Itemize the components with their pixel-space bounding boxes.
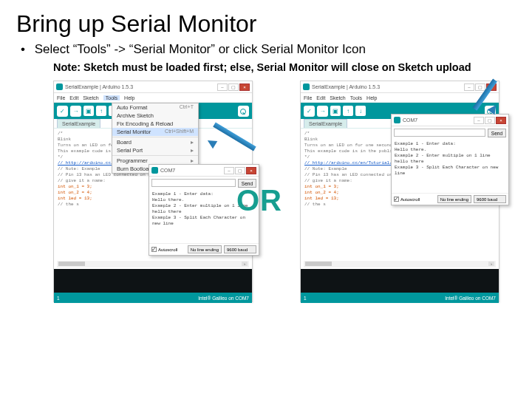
menubar: File Edit Sketch Tools Help [54,93,252,103]
menu-item-serial-monitor[interactable]: Serial MonitorCtrl+Shift+M [112,128,198,136]
upload-button[interactable]: → [70,106,81,117]
new-sketch-button[interactable]: ▣ [83,106,94,116]
serial-monitor-button[interactable] [238,106,249,117]
menu-file[interactable]: File [57,95,65,100]
window-titlebar: SerialExample | Arduino 1.5.3 – ▢ × [301,81,499,93]
arduino-app-icon [56,83,63,90]
menu-tools[interactable]: Tools [103,95,120,100]
menu-edit[interactable]: Edit [69,95,78,100]
menu-item-fix-encoding[interactable]: Fix Encoding & Reload [112,120,198,128]
screenshot-toolbar-icon: SerialExample | Arduino 1.5.3 – ▢ × File… [300,81,499,302]
smon-close-button[interactable]: × [246,167,256,174]
h-scrollbar[interactable]: ‹ › [304,261,496,267]
line-ending-select[interactable]: No line ending [188,245,222,253]
screenshot-area: SerialExample | Arduino 1.5.3 – ▢ × File… [53,81,519,347]
status-board-port: Intel® Galileo on COM7 [198,296,249,301]
serial-monitor-window: COM7 – ▢ × Send Example 1 - Enter data: … [391,114,509,205]
smon-maximize-button[interactable]: ▢ [485,117,495,124]
tools-dropdown: Auto FormatCtrl+T Archive Sketch Fix Enc… [112,103,199,174]
note-line: Note: Sketch must be loaded first; else,… [53,61,532,73]
window-title-text: SerialExample | Arduino 1.5.3 [65,84,133,89]
console-area [54,269,252,293]
window-minimize-button[interactable]: – [464,83,474,91]
status-line-number: 1 [57,296,60,301]
line-ending-select[interactable]: No line ending [437,195,471,203]
serial-monitor-title: COM7 [160,168,175,173]
menu-help[interactable]: Help [366,95,377,100]
window-minimize-button[interactable]: – [217,83,228,91]
status-line-number: 1 [304,296,307,301]
status-bar: 1 Intel® Galileo on COM7 [54,293,252,303]
h-scrollbar[interactable]: ‹ › [57,261,249,267]
or-label: OR [236,184,282,217]
scroll-right-arrow-icon[interactable]: › [488,262,494,266]
smon-maximize-button[interactable]: ▢ [235,167,245,174]
slide-title: Bring up Serial Monitor [16,10,532,38]
menu-item-auto-format[interactable]: Auto FormatCtrl+T [112,103,198,112]
serial-send-input[interactable] [394,129,485,137]
smon-minimize-button[interactable]: – [224,167,234,174]
autoscroll-checkbox[interactable]: Autoscroll [394,195,420,203]
menubar: File Edit Sketch Tools Help [301,93,499,103]
baud-select[interactable]: 9600 baud [224,245,256,253]
serial-send-button[interactable]: Send [488,129,506,137]
screenshot-tools-menu: SerialExample | Arduino 1.5.3 – ▢ × File… [53,81,253,302]
menu-item-archive-sketch[interactable]: Archive Sketch [112,112,198,120]
baud-select[interactable]: 9600 baud [474,195,506,203]
menu-sketch[interactable]: Sketch [330,95,345,100]
smon-minimize-button[interactable]: – [474,117,484,124]
scroll-thumb[interactable] [305,262,332,266]
arduino-app-icon [303,83,310,90]
smon-close-button[interactable]: × [496,117,506,124]
serial-monitor-app-icon [151,167,158,174]
window-close-button[interactable]: × [239,83,250,91]
window-maximize-button[interactable]: ▢ [475,83,485,91]
open-sketch-button[interactable]: ↑ [343,106,353,116]
console-area [301,269,499,293]
menu-edit[interactable]: Edit [316,95,325,100]
save-sketch-button[interactable]: ↓ [355,106,366,116]
menu-tools[interactable]: Tools [350,95,362,100]
menu-sketch[interactable]: Sketch [83,95,98,100]
menu-item-board[interactable]: Board▸ [112,138,198,146]
bullet-1: • Select “Tools” -> “Serial Monitor” or … [21,42,532,57]
status-board-port: Intel® Galileo on COM7 [445,296,496,301]
menu-help[interactable]: Help [124,95,134,100]
menu-file[interactable]: File [304,95,312,100]
bullet-marker: • [21,42,31,57]
verify-button[interactable]: ✓ [304,106,315,117]
menu-item-serial-port[interactable]: Serial Port▸ [112,146,198,154]
open-sketch-button[interactable]: ↑ [96,106,106,116]
status-bar: 1 Intel® Galileo on COM7 [301,293,499,303]
window-title-text: SerialExample | Arduino 1.5.3 [312,84,380,89]
upload-button[interactable]: → [317,106,328,117]
sketch-tab[interactable]: SerialExample [304,119,347,128]
verify-button[interactable]: ✓ [57,106,68,117]
window-maximize-button[interactable]: ▢ [228,83,239,91]
serial-send-input[interactable] [151,179,236,187]
serial-monitor-app-icon [394,117,400,123]
scroll-thumb[interactable] [58,262,85,266]
new-sketch-button[interactable]: ▣ [330,106,341,116]
sketch-tab[interactable]: SerialExample [57,119,100,128]
scroll-right-arrow-icon[interactable]: › [242,262,248,266]
serial-monitor-title: COM7 [403,117,417,123]
serial-output-area[interactable]: Example 1 - Enter data: Hello there. Exa… [392,140,508,193]
window-titlebar: SerialExample | Arduino 1.5.3 – ▢ × [54,81,252,93]
bullet-text: Select “Tools” -> “Serial Monitor” or cl… [35,42,366,56]
autoscroll-checkbox[interactable]: Autoscroll [151,245,177,253]
